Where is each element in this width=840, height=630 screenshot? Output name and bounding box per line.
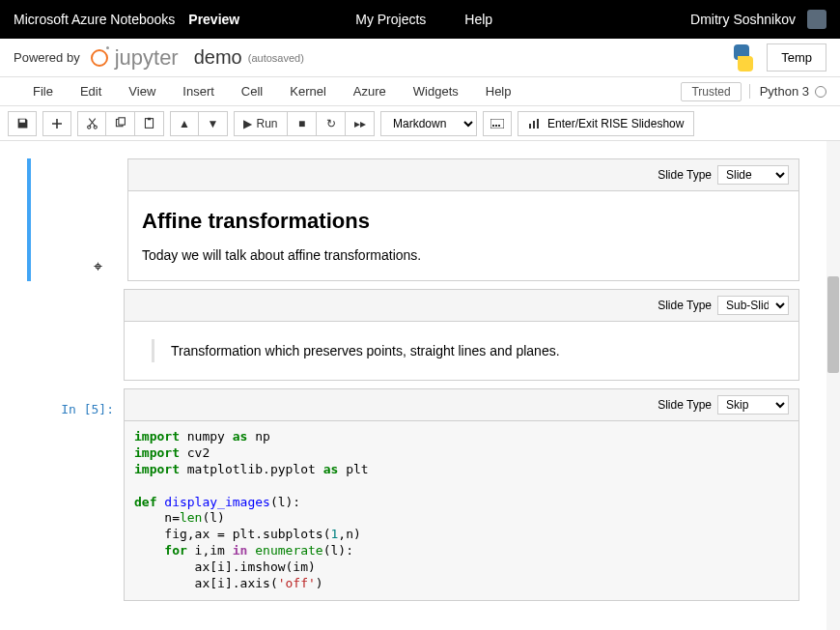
cell-text: Transformation which preserves points, s… [124,322,799,381]
powered-by-label: Powered by [14,50,80,65]
cut-button[interactable] [77,111,106,136]
notebook-area[interactable]: Slide Type Slide Affine transformations … [0,141,826,630]
paste-button[interactable] [135,111,164,136]
chart-icon [528,118,542,129]
save-button[interactable] [8,111,37,136]
nav-help[interactable]: Help [464,12,492,27]
svg-rect-12 [537,119,539,129]
scrollbar[interactable] [826,141,840,630]
notebook-name[interactable]: demo [194,46,242,69]
rise-slideshow-button[interactable]: Enter/Exit RISE Slideshow [518,111,694,136]
cell-prompt: In [5]: [27,388,124,601]
temp-button[interactable]: Temp [767,43,826,72]
cell-2[interactable]: Slide Type Sub-Slide Transformation whic… [27,289,799,381]
slidetype-label: Slide Type [658,299,712,312]
cell-text: Today we will talk about affine transfor… [142,247,785,263]
jupyter-text: jupyter [115,45,179,71]
svg-rect-3 [119,118,126,125]
svg-rect-6 [490,119,504,129]
code-editor[interactable]: import numpy as np import cv2 import mat… [124,421,799,601]
add-cell-button[interactable] [42,111,71,136]
preview-label: Preview [188,12,239,27]
autosave-label: (autosaved) [248,52,304,64]
kernel-name[interactable]: Python 3 [760,84,809,99]
menu-edit[interactable]: Edit [67,80,115,102]
menu-azure[interactable]: Azure [340,80,400,102]
menu-file[interactable]: File [19,80,67,102]
svg-rect-7 [492,125,494,127]
cell-3[interactable]: In [5]: Slide Type Skip import numpy as … [27,388,799,601]
avatar[interactable] [807,10,826,29]
fastforward-button[interactable]: ▸▸ [346,111,375,136]
cell-prompt [27,289,124,381]
jupyter-icon [88,46,111,70]
svg-point-1 [94,126,97,129]
copy-button[interactable] [106,111,135,136]
svg-point-0 [87,126,90,129]
svg-rect-10 [529,124,531,129]
slidetype-select[interactable]: Skip [717,395,789,415]
svg-rect-5 [148,118,151,120]
cell-1[interactable]: Slide Type Slide Affine transformations … [27,158,799,281]
slidetype-label: Slide Type [658,398,712,412]
kernel-status-icon [815,86,826,98]
menu-insert[interactable]: Insert [169,80,228,102]
svg-rect-11 [533,121,535,129]
python-logo-icon [730,44,757,72]
move-down-button[interactable]: ▼ [199,111,228,136]
move-up-button[interactable]: ▲ [170,111,199,136]
jupyter-logo[interactable]: jupyter [88,45,179,71]
trusted-badge[interactable]: Trusted [681,82,741,101]
menu-cell[interactable]: Cell [228,80,276,102]
run-button[interactable]: ▶ Run [234,111,288,136]
menu-help[interactable]: Help [472,80,525,102]
menu-kernel[interactable]: Kernel [276,80,340,102]
restart-button[interactable]: ↻ [317,111,346,136]
svg-rect-9 [498,125,500,127]
cell-heading: Affine transformations [142,209,785,234]
slidetype-label: Slide Type [658,168,712,182]
nav-my-projects[interactable]: My Projects [355,12,426,27]
menu-view[interactable]: View [115,80,169,102]
slidetype-select[interactable]: Sub-Slide [717,296,789,315]
celltype-select[interactable]: Markdown [380,111,477,136]
azure-brand: Microsoft Azure Notebooks [14,12,175,27]
slidetype-select[interactable]: Slide [717,165,789,185]
stop-button[interactable]: ■ [288,111,317,136]
cell-prompt [31,158,127,281]
command-palette-button[interactable] [483,111,512,136]
menu-widgets[interactable]: Widgets [400,80,472,102]
user-name[interactable]: Dmitry Soshnikov [690,12,796,27]
svg-rect-8 [495,125,497,127]
